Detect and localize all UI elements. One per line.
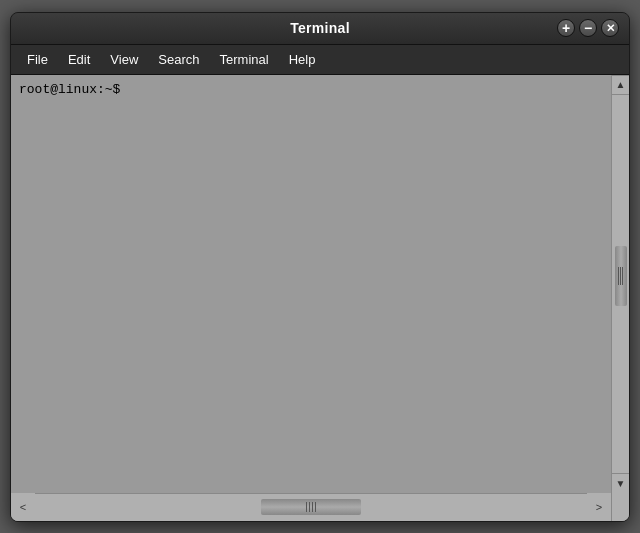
menu-bar: File Edit View Search Terminal Help xyxy=(11,45,629,75)
menu-help[interactable]: Help xyxy=(281,49,324,70)
scroll-track-horizontal[interactable] xyxy=(35,494,587,521)
thumb-grip-1 xyxy=(618,267,619,285)
scroll-right-button[interactable]: > xyxy=(587,493,611,521)
scroll-thumb-vertical[interactable] xyxy=(615,246,627,306)
scroll-down-button[interactable]: ▼ xyxy=(612,473,630,493)
h-grip-2 xyxy=(309,502,310,512)
h-grip-4 xyxy=(315,502,316,512)
window-controls: + − ✕ xyxy=(557,19,619,37)
menu-search[interactable]: Search xyxy=(150,49,207,70)
thumb-grip-2 xyxy=(620,267,621,285)
menu-edit[interactable]: Edit xyxy=(60,49,98,70)
window-title: Terminal xyxy=(290,20,350,36)
menu-view[interactable]: View xyxy=(102,49,146,70)
scrollbar-corner xyxy=(611,493,629,521)
terminal-prompt: root@linux:~$ xyxy=(19,81,603,99)
menu-terminal[interactable]: Terminal xyxy=(212,49,277,70)
add-tab-button[interactable]: + xyxy=(557,19,575,37)
minimize-button[interactable]: − xyxy=(579,19,597,37)
scroll-up-button[interactable]: ▲ xyxy=(612,75,630,95)
h-grip-3 xyxy=(312,502,313,512)
scroll-track-vertical[interactable] xyxy=(612,95,629,473)
terminal-body: root@linux:~$ ▲ ▼ xyxy=(11,75,629,493)
terminal-window: Terminal + − ✕ File Edit View Search Ter… xyxy=(10,12,630,522)
bottom-bar: < > xyxy=(11,493,629,521)
menu-file[interactable]: File xyxy=(19,49,56,70)
terminal-content[interactable]: root@linux:~$ xyxy=(11,75,611,493)
scroll-thumb-horizontal[interactable] xyxy=(261,499,361,515)
title-bar: Terminal + − ✕ xyxy=(11,13,629,45)
scroll-left-button[interactable]: < xyxy=(11,493,35,521)
h-grip-1 xyxy=(306,502,307,512)
vertical-scrollbar[interactable]: ▲ ▼ xyxy=(611,75,629,493)
thumb-grip-3 xyxy=(622,267,623,285)
close-button[interactable]: ✕ xyxy=(601,19,619,37)
